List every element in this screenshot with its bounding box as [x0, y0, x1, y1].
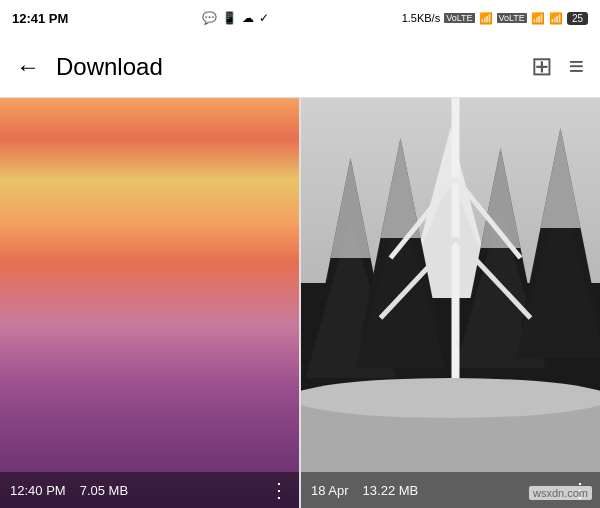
- status-bar: 12:41 PM 💬 📱 ☁ ✓ 1.5KB/s VoLTE 📶 VoLTE 📶…: [0, 0, 600, 36]
- item-meta-left-snow: 18 Apr 13.22 MB: [311, 483, 418, 498]
- item-time-sunset: 12:40 PM: [10, 483, 66, 498]
- page-title: Download: [56, 53, 531, 81]
- signal-bars-1: 📶: [479, 12, 493, 25]
- cloud-icon: ☁: [242, 11, 254, 25]
- status-icons-center: 💬 📱 ☁ ✓: [202, 11, 269, 25]
- signal-vo-icon-2: VoLTE: [497, 13, 527, 23]
- app-bar-actions: ⊞ ≡: [531, 51, 584, 82]
- item-more-sunset[interactable]: ⋮: [269, 480, 289, 500]
- watermark: wsxdn.com: [529, 486, 592, 500]
- item-time-snow: 18 Apr: [311, 483, 349, 498]
- status-time: 12:41 PM: [12, 11, 68, 26]
- svg-marker-11: [381, 138, 421, 238]
- filter-icon[interactable]: ≡: [569, 51, 584, 82]
- app-bar: ← Download ⊞ ≡: [0, 36, 600, 98]
- whatsapp-icon: 📱: [222, 11, 237, 25]
- item-info-sunset: 12:40 PM 7.05 MB ⋮: [0, 472, 299, 508]
- signal-bars-2: 📶: [531, 12, 545, 25]
- item-size-sunset: 7.05 MB: [80, 483, 128, 498]
- content-grid: 12:40 PM 7.05 MB ⋮: [0, 98, 600, 508]
- message-icon: 💬: [202, 11, 217, 25]
- item-size-snow: 13.22 MB: [363, 483, 419, 498]
- speed-indicator: 1.5KB/s: [402, 12, 441, 24]
- status-bar-right: 1.5KB/s VoLTE 📶 VoLTE 📶 📶 25: [402, 12, 588, 25]
- svg-marker-10: [331, 158, 371, 258]
- battery-level: 25: [567, 12, 588, 25]
- check-icon: ✓: [259, 11, 269, 25]
- back-button[interactable]: ←: [16, 53, 40, 81]
- trees-svg: [301, 98, 600, 508]
- grid-item-sunset[interactable]: 12:40 PM 7.05 MB ⋮: [0, 98, 299, 508]
- grid-view-icon[interactable]: ⊞: [531, 51, 551, 82]
- signal-vo-icon: VoLTE: [444, 13, 474, 23]
- sunset-image: [0, 98, 299, 508]
- item-meta-left: 12:40 PM 7.05 MB: [10, 483, 128, 498]
- wifi-icon: 📶: [549, 12, 563, 25]
- svg-point-20: [301, 378, 600, 418]
- svg-marker-13: [541, 128, 581, 228]
- snow-forest-image: [301, 98, 600, 508]
- grid-item-snow[interactable]: 18 Apr 13.22 MB ⋮: [301, 98, 600, 508]
